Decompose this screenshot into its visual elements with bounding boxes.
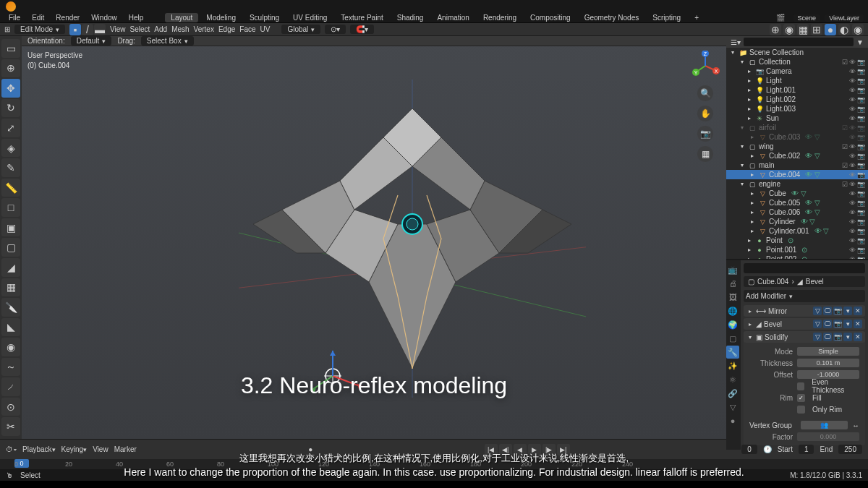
tool-select[interactable]: ▭ [1, 39, 20, 58]
snap-dropdown[interactable]: 🧲▾ [350, 25, 374, 34]
menu-face[interactable]: Face [239, 25, 255, 33]
tool-move[interactable]: ✥ [1, 79, 20, 98]
shading-solid[interactable]: ● [825, 24, 836, 35]
tool-transform[interactable]: ◈ [1, 139, 20, 158]
vertex-group-input[interactable]: 👥 [801, 421, 848, 429]
tool-extrude[interactable]: ▣ [1, 218, 20, 237]
prop-tab-render[interactable]: 📺 [726, 263, 739, 276]
prop-tab-object[interactable]: ▢ [726, 332, 739, 345]
menu-file[interactable]: File [4, 14, 25, 22]
tab-geonodes[interactable]: Geometry Nodes [579, 13, 645, 22]
menu-select[interactable]: Select [130, 25, 150, 33]
outliner-object[interactable]: ▸▽Cube👁 ▽👁📷 [726, 189, 868, 198]
outliner-object[interactable]: ▸▽Cube.004👁 ▽👁📷 [726, 170, 868, 179]
outliner-collection[interactable]: ▾▢wing☑👁📷 [726, 142, 868, 151]
menu-edit[interactable]: Edit [27, 14, 48, 22]
tab-shading[interactable]: Shading [391, 13, 430, 22]
mod-display-render[interactable]: 📷 [833, 307, 842, 315]
outliner-scene-collection[interactable]: ▾📁Scene Collection [726, 48, 868, 57]
tool-spin[interactable]: ◉ [1, 338, 20, 356]
prop-tab-output[interactable]: 🖨 [726, 277, 739, 290]
tool-cursor[interactable]: ⊕ [1, 59, 20, 78]
menu-render[interactable]: Render [51, 14, 84, 22]
tool-loopcut[interactable]: ▦ [1, 278, 20, 297]
prop-tab-scene[interactable]: 🌐 [726, 304, 739, 317]
shading-rendered[interactable]: ◉ [852, 24, 864, 35]
pan-icon[interactable]: ✋ [697, 106, 713, 121]
menu-edge[interactable]: Edge [218, 25, 235, 33]
tool-annotate[interactable]: ✎ [1, 158, 20, 177]
modifier-mirror-header[interactable]: ▸⟷ Mirror ▽🖵📷▾✕ [744, 305, 865, 317]
transform-orientation-dropdown[interactable]: Global [281, 25, 320, 34]
tool-polybuild[interactable]: ◣ [1, 318, 20, 337]
prop-tab-viewlayer[interactable]: 🖼 [726, 291, 739, 304]
add-modifier-button[interactable]: Add Modifier [744, 290, 865, 302]
viewlayer-name-input[interactable]: ViewLayer [825, 14, 864, 22]
outliner-item[interactable]: ▸💡Light.002👁📷 [726, 95, 868, 104]
properties-search[interactable] [744, 263, 865, 273]
tab-layout[interactable]: Layout [165, 13, 198, 22]
outliner-collection[interactable]: ▾▢main☑👁📷 [726, 160, 868, 170]
tab-modeling[interactable]: Modeling [200, 13, 242, 22]
menu-help[interactable]: Help [124, 14, 148, 22]
gizmo-toggle[interactable]: ⊕ [770, 24, 781, 35]
onlyrim-checkbox[interactable] [797, 406, 805, 414]
drag-dropdown[interactable]: Select Box [141, 36, 194, 46]
tool-measure[interactable]: 📏 [1, 179, 20, 197]
solidify-mode-dropdown[interactable]: Simple [797, 347, 859, 356]
exclude-checkbox[interactable]: ☑ [842, 59, 848, 66]
prop-tab-constraints[interactable]: 🔗 [726, 387, 739, 400]
pivot-dropdown[interactable]: ⊙▾ [325, 25, 346, 34]
outliner-object[interactable]: ▸▽Cylinder.001👁 ▽👁📷 [726, 226, 868, 236]
visibility-icon[interactable]: 👁 [849, 59, 856, 66]
tab-texture[interactable]: Texture Paint [335, 13, 388, 22]
vgroup-invert-icon[interactable]: ↔ [852, 421, 859, 429]
tool-scale[interactable]: ⤢ [1, 119, 20, 137]
perspective-toggle-icon[interactable]: ▦ [697, 146, 713, 162]
tab-scripting[interactable]: Scripting [647, 13, 686, 22]
prop-tab-modifiers[interactable]: 🔧 [726, 346, 739, 359]
outliner-collection[interactable]: ▾▢Collection ☑👁📷 [726, 57, 868, 67]
fill-checkbox[interactable] [797, 394, 805, 402]
modifier-bevel-header[interactable]: ▸◢ Bevel ▽🖵📷▾✕ [744, 318, 865, 330]
tool-addcube[interactable]: □ [1, 198, 20, 217]
outliner-search-input[interactable] [744, 38, 854, 46]
outliner-item[interactable]: ▸💡Light.003👁📷 [726, 104, 868, 114]
mode-dropdown[interactable]: Edit Mode [14, 25, 65, 34]
prop-tab-world[interactable]: 🌍 [726, 318, 739, 331]
even-thickness-checkbox[interactable] [797, 382, 804, 390]
tab-rendering[interactable]: Rendering [477, 13, 522, 22]
shading-material[interactable]: ◐ [838, 24, 850, 35]
outliner-object[interactable]: ▸▽Cube.003👁 ▽👁📷 [726, 132, 868, 142]
editor-type-icon[interactable]: ⊞ [4, 25, 10, 33]
outliner-object[interactable]: ▸▽Cube.005👁 ▽👁📷 [726, 198, 868, 207]
tab-sculpting[interactable]: Sculpting [244, 13, 285, 22]
modifier-solidify-header[interactable]: ▾▣ Solidify ▽🖵📷▾✕ [744, 331, 865, 343]
outliner-object[interactable]: ▸▽Cylinder👁 ▽👁📷 [726, 217, 868, 226]
mod-display-realtime[interactable]: 🖵 [823, 307, 832, 315]
tab-add[interactable]: + [689, 13, 705, 22]
scene-name-input[interactable]: Scene [793, 14, 821, 22]
tool-knife[interactable]: 🔪 [1, 298, 20, 317]
solidify-thickness-input[interactable]: 0.101 m [797, 359, 859, 367]
edge-select-mode[interactable]: / [82, 24, 93, 35]
outliner-object[interactable]: ▸▽Cube.002👁 ▽👁📷 [726, 151, 868, 160]
outliner-light[interactable]: ▸●Point⊙👁📷 [726, 236, 868, 245]
menu-mesh[interactable]: Mesh [171, 25, 189, 33]
tool-smooth[interactable]: ～ [1, 358, 20, 377]
tab-uv[interactable]: UV Editing [287, 13, 333, 22]
tab-compositing[interactable]: Compositing [524, 13, 576, 22]
outliner-item[interactable]: ▸☀Sun👁📷 [726, 114, 868, 123]
prop-tab-particles[interactable]: ✨ [726, 359, 739, 372]
viewport-3d[interactable]: Orientation: Default Drag: Select Box XY… [22, 36, 726, 439]
tool-shrink[interactable]: ⊙ [1, 398, 20, 416]
menu-window[interactable]: Window [87, 14, 122, 22]
vertex-select-mode[interactable]: ▪ [69, 24, 81, 35]
prop-tab-material[interactable]: ● [726, 414, 739, 427]
outliner-object[interactable]: ▸▽Cube.006👁 ▽👁📷 [726, 207, 868, 217]
outliner-collection[interactable]: ▾▢engine☑👁📷 [726, 179, 868, 189]
camera-view-icon[interactable]: 📷 [697, 126, 713, 142]
menu-vertex[interactable]: Vertex [194, 25, 214, 33]
tab-animation[interactable]: Animation [431, 13, 475, 22]
outliner-light[interactable]: ▸●Point.001⊙👁📷 [726, 245, 868, 254]
